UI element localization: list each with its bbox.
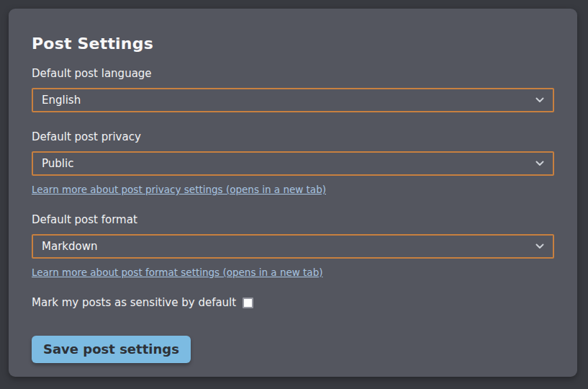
format-help-link[interactable]: Learn more about post format settings (o… <box>32 267 322 278</box>
privacy-select[interactable]: Public <box>32 151 554 176</box>
format-label: Default post format <box>32 213 554 226</box>
format-select[interactable]: Markdown <box>32 234 554 259</box>
language-field-group: Default post language English <box>32 67 554 112</box>
save-post-settings-button[interactable]: Save post settings <box>32 336 191 363</box>
language-select-value: English <box>42 94 81 107</box>
privacy-select-value: Public <box>42 157 73 170</box>
language-label: Default post language <box>32 67 554 80</box>
format-field-group: Default post format Markdown Learn more … <box>32 213 554 279</box>
page-title: Post Settings <box>32 35 554 53</box>
chevron-down-icon <box>535 243 544 249</box>
format-select-value: Markdown <box>42 240 97 253</box>
privacy-label: Default post privacy <box>32 130 554 143</box>
language-select[interactable]: English <box>32 88 554 112</box>
sensitive-checkbox-label: Mark my posts as sensitive by default <box>32 296 236 309</box>
chevron-down-icon <box>535 97 544 103</box>
sensitive-checkbox[interactable] <box>243 298 253 308</box>
privacy-help-link[interactable]: Learn more about post privacy settings (… <box>32 184 326 195</box>
privacy-field-group: Default post privacy Public Learn more a… <box>32 130 554 196</box>
sensitive-checkbox-row: Mark my posts as sensitive by default <box>32 296 554 309</box>
post-settings-panel: Post Settings Default post language Engl… <box>9 9 577 377</box>
chevron-down-icon <box>535 161 544 166</box>
